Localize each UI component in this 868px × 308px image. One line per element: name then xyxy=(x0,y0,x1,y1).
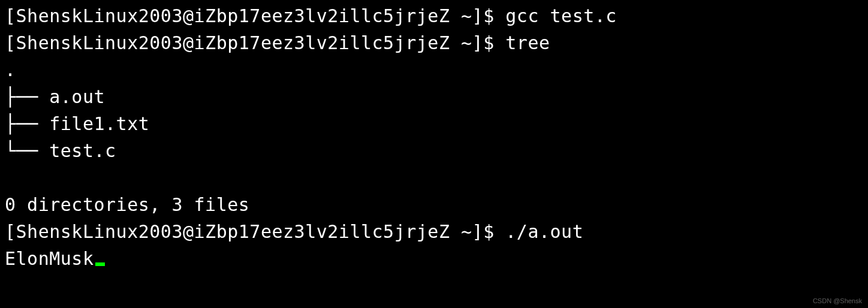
terminal-line-2: [ShenskLinux2003@iZbp17eez3lv2illc5jrjeZ… xyxy=(5,29,863,56)
prompt-host: iZbp17eez3lv2illc5jrjeZ xyxy=(194,221,450,242)
prompt-user: ShenskLinux2003 xyxy=(16,32,183,53)
prompt-user: ShenskLinux2003 xyxy=(16,221,183,242)
prompt-dir: ~ xyxy=(461,5,472,26)
tree-file-name: file1.txt xyxy=(49,113,149,134)
prompt-host: iZbp17eez3lv2illc5jrjeZ xyxy=(194,5,450,26)
program-output: ElonMusk xyxy=(5,245,863,272)
watermark: CSDN @Shensk xyxy=(813,296,862,306)
tree-summary: 0 directories, 3 files xyxy=(5,191,863,218)
command-gcc: gcc test.c xyxy=(505,5,617,26)
tree-blank xyxy=(5,164,863,191)
tree-branch-icon: ├── xyxy=(5,86,49,107)
tree-entry-0: ├── a.out xyxy=(5,83,863,110)
prompt-symbol: $ xyxy=(483,221,495,242)
tree-root: . xyxy=(5,56,863,83)
prompt-symbol: $ xyxy=(483,5,495,26)
prompt-dir: ~ xyxy=(461,221,472,242)
cursor-icon xyxy=(95,262,105,266)
tree-file-name: test.c xyxy=(49,140,116,161)
command-tree: tree xyxy=(505,32,550,53)
prompt-host: iZbp17eez3lv2illc5jrjeZ xyxy=(194,32,450,53)
prompt-dir: ~ xyxy=(461,32,472,53)
command-run: ./a.out xyxy=(505,221,583,242)
tree-entry-1: ├── file1.txt xyxy=(5,110,863,137)
terminal-line-3: [ShenskLinux2003@iZbp17eez3lv2illc5jrjeZ… xyxy=(5,218,863,245)
terminal-line-1: [ShenskLinux2003@iZbp17eez3lv2illc5jrjeZ… xyxy=(5,2,863,29)
prompt-symbol: $ xyxy=(483,32,495,53)
prompt-user: ShenskLinux2003 xyxy=(16,5,183,26)
tree-branch-icon: └── xyxy=(5,140,49,161)
tree-branch-icon: ├── xyxy=(5,113,49,134)
tree-file-name: a.out xyxy=(49,86,105,107)
tree-entry-2: └── test.c xyxy=(5,137,863,164)
